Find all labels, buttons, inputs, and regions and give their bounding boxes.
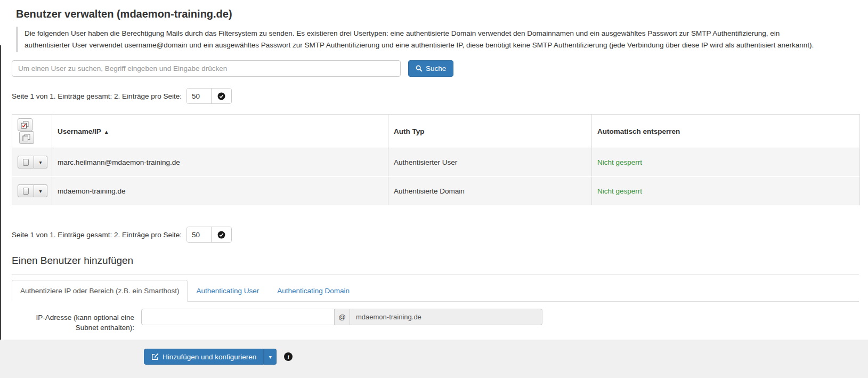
per-page-input[interactable] [187, 227, 212, 242]
submit-dropdown-button[interactable]: ▾ [264, 349, 277, 365]
row-dropdown-button[interactable]: ▾ [34, 156, 47, 168]
select-column-header [12, 115, 52, 148]
username-header-label: Username/IP [58, 127, 101, 135]
column-header-auth-type[interactable]: Auth Typ [388, 115, 592, 148]
unlock-status: Nicht gesperrt [597, 187, 642, 195]
per-page-group [186, 88, 232, 104]
ip-address-label: IP-Adresse (kann optional eine Subnet en… [12, 308, 134, 333]
caret-down-icon: ▾ [39, 188, 42, 194]
search-row: Suche [12, 60, 859, 77]
uncheck-all-icon [22, 134, 31, 142]
auth-type-cell: Authentisierte Domain [388, 177, 592, 205]
row-dropdown-button[interactable]: ▾ [34, 184, 47, 197]
row-checkbox-button[interactable] [18, 184, 34, 197]
submit-row: Hinzufügen und konfigurieren ▾ i [0, 340, 868, 365]
check-circle-icon [217, 92, 225, 100]
tab-authenticating-ip[interactable]: Authentiziere IP oder Bereich (z.B. ein … [12, 280, 188, 302]
row-checkbox-button[interactable] [18, 156, 34, 168]
auto-unlock-cell: Nicht gesperrt [592, 177, 859, 205]
search-button[interactable]: Suche [408, 60, 453, 77]
description-text: Die folgenden User haben die Berechtigun… [25, 29, 814, 49]
deselect-all-button[interactable] [19, 131, 34, 144]
check-all-icon [21, 121, 29, 129]
submit-split-button: Hinzufügen und konfigurieren ▾ [144, 349, 277, 365]
window-edge-line [0, 45, 1, 340]
at-sign-addon: @ [335, 309, 350, 325]
column-header-username[interactable]: Username/IP▲ [52, 115, 388, 148]
pagination-summary: Seite 1 von 1. Einträge gesamt: 2. Eintr… [12, 231, 182, 239]
caret-down-icon: ▾ [269, 354, 272, 360]
page-title: Benutzer verwalten (mdaemon-training.de) [16, 8, 859, 20]
users-table: Username/IP▲ Auth Typ Automatisch entspe… [12, 114, 860, 205]
select-all-button[interactable] [18, 118, 33, 131]
checkbox-icon [23, 188, 29, 195]
add-and-configure-button[interactable]: Hinzufügen und konfigurieren [144, 349, 264, 365]
per-page-apply-button[interactable] [212, 89, 231, 103]
caret-down-icon: ▾ [39, 159, 42, 165]
per-page-group [186, 227, 232, 243]
username-cell: marc.heilmann@mdaemon-training.de [52, 148, 388, 177]
pagination-bottom: Seite 1 von 1. Einträge gesamt: 2. Eintr… [12, 227, 859, 243]
table-row: ▾ mdaemon-training.de Authentisierte Dom… [12, 177, 859, 205]
username-cell: mdaemon-training.de [52, 177, 388, 205]
main-content: Benutzer verwalten (mdaemon-training.de)… [0, 0, 868, 333]
add-user-tabs: Authentiziere IP oder Bereich (z.B. ein … [12, 280, 859, 302]
sort-ascending-icon: ▲ [104, 129, 109, 135]
ip-form-row: IP-Adresse (kann optional eine Subnet en… [12, 308, 859, 333]
pagination-summary: Seite 1 von 1. Einträge gesamt: 2. Eintr… [12, 92, 182, 100]
per-page-input[interactable] [187, 89, 212, 103]
auto-unlock-header-label: Automatisch entsperren [597, 127, 680, 135]
tab-authenticating-domain[interactable]: Authenticating Domain [269, 280, 358, 302]
auth-type-header-label: Auth Typ [394, 127, 425, 135]
table-row: ▾ marc.heilmann@mdaemon-training.de Auth… [12, 148, 859, 177]
per-page-apply-button[interactable] [212, 227, 231, 242]
table-header-row: Username/IP▲ Auth Typ Automatisch entspe… [12, 115, 859, 148]
column-header-auto-unlock[interactable]: Automatisch entsperren [592, 115, 859, 148]
search-icon [416, 65, 423, 72]
search-input[interactable] [12, 60, 401, 77]
section-divider [12, 274, 859, 275]
ip-input-group: @ [141, 309, 542, 333]
select-controls [18, 123, 34, 143]
row-action-group: ▾ [18, 184, 47, 197]
tab-authenticating-user[interactable]: Authenticating User [188, 280, 267, 302]
add-user-heading: Einen Benutzer hinzufügen [12, 255, 859, 267]
checkbox-icon [23, 159, 29, 166]
edit-icon [151, 353, 159, 360]
description-blockquote: Die folgenden User haben die Berechtigun… [16, 27, 831, 52]
auto-unlock-cell: Nicht gesperrt [592, 148, 859, 177]
info-icon[interactable]: i [284, 352, 293, 361]
check-circle-icon [217, 231, 225, 239]
row-select-cell: ▾ [12, 177, 52, 205]
auth-type-cell: Authentisierter User [388, 148, 592, 177]
row-action-group: ▾ [18, 156, 47, 168]
search-button-label: Suche [426, 65, 446, 73]
footer-bar: Hinzufügen und konfigurieren ▾ i [0, 340, 868, 378]
domain-input-disabled [350, 309, 542, 325]
unlock-status: Nicht gesperrt [597, 158, 642, 166]
pagination-top: Seite 1 von 1. Einträge gesamt: 2. Eintr… [12, 88, 859, 104]
add-and-configure-label: Hinzufügen und konfigurieren [163, 353, 256, 361]
ip-address-input[interactable] [141, 309, 335, 325]
row-select-cell: ▾ [12, 148, 52, 177]
